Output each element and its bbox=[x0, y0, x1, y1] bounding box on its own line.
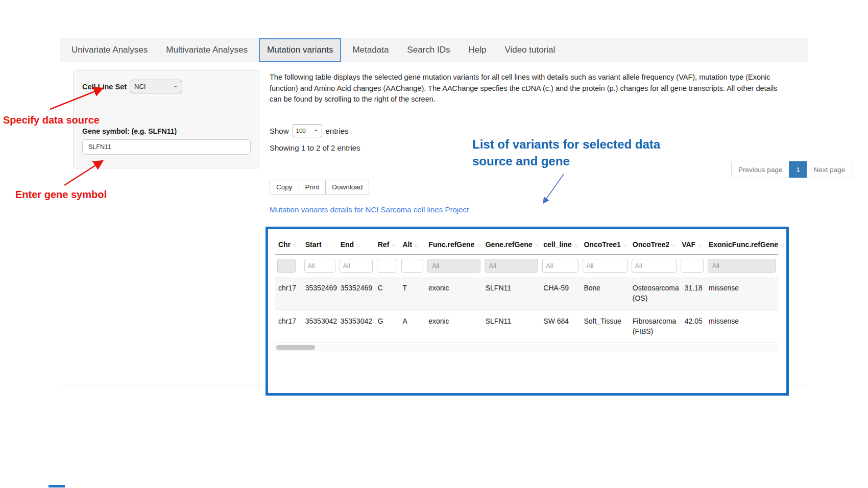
pagination: Previous page 1 Next page bbox=[731, 161, 852, 178]
col-header-exonicfunc-refgene[interactable]: ExonicFunc.refGene bbox=[706, 235, 778, 255]
cell-ref: G bbox=[375, 310, 400, 343]
tab-multivariate-analyses[interactable]: Multivariate Analyses bbox=[159, 38, 255, 62]
sort-icon[interactable] bbox=[474, 240, 480, 249]
cell-exonicfunc: missense bbox=[706, 277, 778, 310]
annotation-list-of-variants: List of variants for selected data sourc… bbox=[472, 136, 660, 169]
cell-vaf: 31.18 bbox=[679, 277, 706, 310]
col-header-alt[interactable]: Alt bbox=[399, 235, 425, 255]
horizontal-scrollbar[interactable] bbox=[275, 344, 778, 351]
filter-end[interactable] bbox=[340, 259, 373, 273]
sort-icon[interactable] bbox=[695, 240, 701, 249]
table-info: Showing 1 to 2 of 2 entries bbox=[270, 143, 360, 152]
cell-func-refgene: exonic bbox=[425, 277, 483, 310]
sort-icon[interactable] bbox=[572, 240, 577, 249]
top-navbar: Univariate Analyses Multivariate Analyse… bbox=[60, 38, 808, 62]
sort-icon[interactable] bbox=[621, 240, 626, 249]
previous-page-button[interactable]: Previous page bbox=[732, 161, 789, 178]
filter-gene-refgene[interactable]: All bbox=[485, 259, 539, 273]
tab-mutation-variants[interactable]: Mutation variants bbox=[259, 38, 341, 62]
filter-start[interactable] bbox=[304, 259, 335, 273]
tab-video-tutorial[interactable]: Video tutorial bbox=[497, 38, 562, 62]
filter-oncotree1[interactable] bbox=[583, 259, 627, 273]
sort-icon[interactable] bbox=[533, 240, 538, 249]
cell-chr: chr17 bbox=[275, 277, 302, 310]
length-control: Show 100 entries bbox=[270, 124, 349, 137]
col-header-ref[interactable]: Ref bbox=[375, 235, 400, 255]
col-header-end[interactable]: End bbox=[337, 235, 375, 255]
filter-vaf[interactable] bbox=[681, 259, 704, 273]
tab-metadata[interactable]: Metadata bbox=[345, 38, 396, 62]
col-header-start[interactable]: Start bbox=[302, 235, 337, 255]
cell-chr: chr17 bbox=[275, 310, 302, 343]
export-buttons: Copy Print Download bbox=[270, 180, 369, 194]
tab-help[interactable]: Help bbox=[461, 38, 493, 62]
cell-vaf: 42.05 bbox=[679, 310, 706, 343]
copy-button[interactable]: Copy bbox=[270, 180, 299, 194]
sort-icon[interactable] bbox=[322, 240, 327, 249]
tab-univariate-analyses[interactable]: Univariate Analyses bbox=[64, 38, 155, 62]
sort-icon[interactable] bbox=[354, 240, 359, 249]
page-length-value: 100 bbox=[296, 128, 306, 134]
col-header-cell-line[interactable]: cell_line bbox=[540, 235, 581, 255]
table-row[interactable]: chr17 35353042 35353042 G A exonic SLFN1… bbox=[275, 310, 778, 343]
annotation-line2: source and gene bbox=[472, 153, 660, 169]
annotation-specify-data-source: Specify data source bbox=[3, 114, 100, 126]
filter-ref[interactable] bbox=[377, 259, 398, 273]
cell-cell-line: CHA-59 bbox=[540, 277, 581, 310]
cell-exonicfunc: missense bbox=[706, 310, 778, 343]
col-header-oncotree2[interactable]: OncoTree2 bbox=[630, 235, 679, 255]
cell-start: 35352469 bbox=[302, 277, 337, 310]
download-button[interactable]: Download bbox=[326, 180, 369, 194]
sort-icon[interactable] bbox=[389, 240, 395, 249]
gene-symbol-input[interactable] bbox=[82, 139, 251, 155]
sort-icon[interactable] bbox=[669, 240, 675, 249]
cell-gene-refgene: SLFN11 bbox=[483, 310, 541, 343]
page-length-select[interactable]: 100 bbox=[293, 124, 322, 137]
scrollbar-thumb[interactable] bbox=[276, 345, 315, 350]
filter-oncotree2[interactable] bbox=[632, 259, 677, 273]
cell-cell-line: SW 684 bbox=[540, 310, 581, 343]
filter-cell-line[interactable] bbox=[542, 259, 578, 273]
cell-alt: A bbox=[399, 310, 425, 343]
sort-icon[interactable] bbox=[412, 240, 418, 249]
tab-search-ids[interactable]: Search IDs bbox=[400, 38, 457, 62]
cell-line-set-value: NCI bbox=[134, 83, 146, 90]
filter-alt[interactable] bbox=[401, 259, 423, 273]
next-page-button[interactable]: Next page bbox=[807, 161, 852, 178]
filter-exonicfunc-refgene[interactable]: All bbox=[708, 259, 776, 273]
current-page-button[interactable]: 1 bbox=[789, 161, 807, 178]
parameter-panel: Cell Line Set NCI Gene symbol: (e.g. SLF… bbox=[73, 70, 259, 168]
cell-func-refgene: exonic bbox=[425, 310, 483, 343]
blue-arrow-table bbox=[543, 174, 564, 203]
bottom-edge-artifact bbox=[49, 485, 65, 487]
col-header-oncotree1[interactable]: OncoTree1 bbox=[581, 235, 629, 255]
print-button[interactable]: Print bbox=[299, 180, 326, 194]
cell-end: 35352469 bbox=[337, 277, 375, 310]
filter-chr[interactable] bbox=[277, 259, 296, 273]
filter-func-refgene[interactable]: All bbox=[427, 259, 480, 273]
col-header-gene-refgene[interactable]: Gene.refGene bbox=[483, 235, 541, 255]
sort-icon[interactable] bbox=[778, 240, 784, 249]
col-header-func-refgene[interactable]: Func.refGene bbox=[425, 235, 483, 255]
cell-end: 35353042 bbox=[337, 310, 375, 343]
col-header-vaf[interactable]: VAF bbox=[679, 235, 706, 255]
cell-alt: T bbox=[399, 277, 425, 310]
variants-table: Chr Start End Ref Alt Func.refGene Gene.… bbox=[275, 235, 778, 343]
sort-icon[interactable] bbox=[291, 240, 296, 249]
annotation-line1: List of variants for selected data bbox=[472, 136, 660, 153]
table-header-row: Chr Start End Ref Alt Func.refGene Gene.… bbox=[275, 235, 778, 255]
col-header-chr[interactable]: Chr bbox=[275, 235, 302, 255]
cell-line-set-select[interactable]: NCI bbox=[130, 80, 182, 93]
table-row[interactable]: chr17 35352469 35352469 C T exonic SLFN1… bbox=[275, 277, 778, 310]
table-filter-row: All All All bbox=[275, 255, 778, 277]
cell-line-set-label: Cell Line Set bbox=[82, 83, 127, 91]
chevron-down-icon bbox=[173, 83, 178, 90]
page-description: The following table displays the selecte… bbox=[270, 72, 780, 105]
entries-label: entries bbox=[326, 127, 349, 135]
table-title-link[interactable]: Mutation variants details for NCI Sarcom… bbox=[270, 205, 469, 214]
annotation-enter-gene-symbol: Enter gene symbol bbox=[15, 189, 107, 201]
chevron-down-icon bbox=[313, 127, 318, 134]
cell-oncotree2: Fibrosarcoma (FIBS) bbox=[630, 310, 679, 343]
variants-table-callout-box: Chr Start End Ref Alt Func.refGene Gene.… bbox=[266, 227, 789, 396]
cell-oncotree2: Osteosarcoma (OS) bbox=[630, 277, 679, 310]
